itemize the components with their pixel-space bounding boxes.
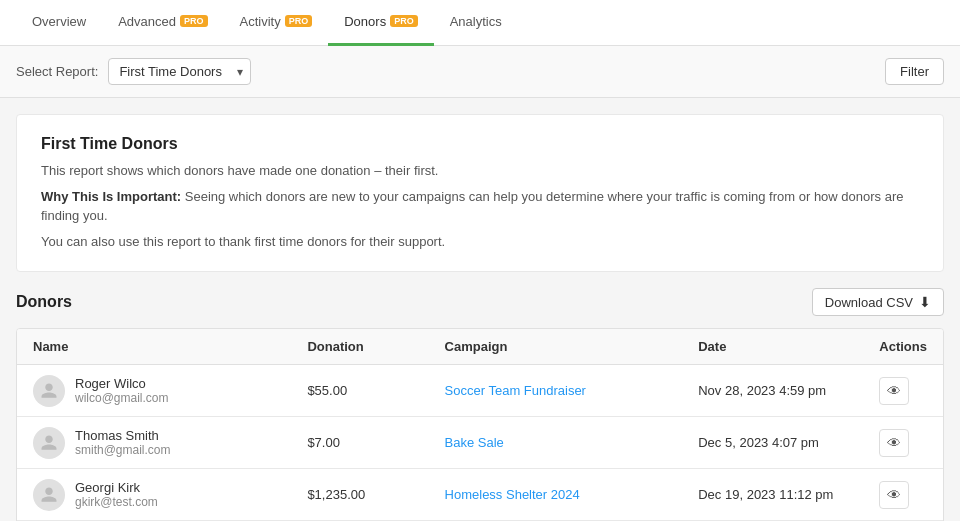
filter-button[interactable]: Filter	[885, 58, 944, 85]
donors-header: Donors Download CSV ⬇	[16, 288, 944, 316]
info-card-also: You can also use this report to thank fi…	[41, 232, 919, 252]
eye-icon: 👁	[887, 383, 901, 399]
donor-donation: $1,235.00	[291, 469, 428, 521]
donor-details: Georgi Kirk gkirk@test.com	[75, 480, 158, 509]
donor-details: Roger Wilco wilco@gmail.com	[75, 376, 169, 405]
donor-name: Georgi Kirk	[75, 480, 158, 495]
donors-table-container: Name Donation Campaign Date Actions Roge…	[16, 328, 944, 521]
donor-donation: $7.00	[291, 417, 428, 469]
col-header-name: Name	[17, 329, 291, 365]
info-card-description: This report shows which donors have made…	[41, 161, 919, 181]
activity-pro-badge: PRO	[285, 15, 313, 27]
info-card-why-label: Why This Is Important:	[41, 189, 181, 204]
col-header-campaign: Campaign	[429, 329, 683, 365]
campaign-link[interactable]: Homeless Shelter 2024	[445, 487, 580, 502]
donor-donation: $55.00	[291, 365, 428, 417]
filter-label: Select Report:	[16, 64, 98, 79]
download-csv-button[interactable]: Download CSV ⬇	[812, 288, 944, 316]
donor-email: wilco@gmail.com	[75, 391, 169, 405]
donor-details: Thomas Smith smith@gmail.com	[75, 428, 171, 457]
nav-overview[interactable]: Overview	[16, 0, 102, 46]
nav-activity[interactable]: Activity PRO	[224, 0, 329, 46]
campaign-link[interactable]: Bake Sale	[445, 435, 504, 450]
avatar	[33, 479, 65, 511]
donors-pro-badge: PRO	[390, 15, 418, 27]
donors-table-body: Roger Wilco wilco@gmail.com $55.00Soccer…	[17, 365, 943, 522]
col-header-date: Date	[682, 329, 863, 365]
donor-name: Roger Wilco	[75, 376, 169, 391]
view-donor-button[interactable]: 👁	[879, 429, 909, 457]
nav-analytics-label: Analytics	[450, 14, 502, 29]
info-card-why: Why This Is Important: Seeing which dono…	[41, 187, 919, 226]
table-row: Roger Wilco wilco@gmail.com $55.00Soccer…	[17, 365, 943, 417]
report-select[interactable]: First Time Donors Repeat Donors Top Dono…	[108, 58, 251, 85]
nav-advanced-label: Advanced	[118, 14, 176, 29]
nav-analytics[interactable]: Analytics	[434, 0, 518, 46]
advanced-pro-badge: PRO	[180, 15, 208, 27]
nav-activity-label: Activity	[240, 14, 281, 29]
donor-date: Dec 5, 2023 4:07 pm	[682, 417, 863, 469]
donors-table: Name Donation Campaign Date Actions Roge…	[17, 329, 943, 521]
nav-advanced[interactable]: Advanced PRO	[102, 0, 223, 46]
eye-icon: 👁	[887, 487, 901, 503]
view-donor-button[interactable]: 👁	[879, 377, 909, 405]
donor-name: Thomas Smith	[75, 428, 171, 443]
donor-date: Nov 28, 2023 4:59 pm	[682, 365, 863, 417]
filter-bar: Select Report: First Time Donors Repeat …	[0, 46, 960, 98]
filter-left: Select Report: First Time Donors Repeat …	[16, 58, 251, 85]
table-row: Thomas Smith smith@gmail.com $7.00Bake S…	[17, 417, 943, 469]
avatar	[33, 375, 65, 407]
table-row: Georgi Kirk gkirk@test.com $1,235.00Home…	[17, 469, 943, 521]
info-card-title: First Time Donors	[41, 135, 919, 153]
donor-email: gkirk@test.com	[75, 495, 158, 509]
download-csv-label: Download CSV	[825, 295, 913, 310]
view-donor-button[interactable]: 👁	[879, 481, 909, 509]
nav-donors-label: Donors	[344, 14, 386, 29]
nav-overview-label: Overview	[32, 14, 86, 29]
eye-icon: 👁	[887, 435, 901, 451]
donor-email: smith@gmail.com	[75, 443, 171, 457]
donors-section: Donors Download CSV ⬇ Name Donation Camp…	[16, 288, 944, 521]
info-card: First Time Donors This report shows whic…	[16, 114, 944, 272]
avatar	[33, 427, 65, 459]
donor-info: Roger Wilco wilco@gmail.com	[33, 375, 275, 407]
top-nav: Overview Advanced PRO Activity PRO Donor…	[0, 0, 960, 46]
donors-title: Donors	[16, 293, 72, 311]
report-select-wrapper[interactable]: First Time Donors Repeat Donors Top Dono…	[108, 58, 251, 85]
col-header-actions: Actions	[863, 329, 943, 365]
table-header: Name Donation Campaign Date Actions	[17, 329, 943, 365]
donor-info: Georgi Kirk gkirk@test.com	[33, 479, 275, 511]
donor-date: Dec 19, 2023 11:12 pm	[682, 469, 863, 521]
nav-donors[interactable]: Donors PRO	[328, 0, 433, 46]
campaign-link[interactable]: Soccer Team Fundraiser	[445, 383, 586, 398]
donor-info: Thomas Smith smith@gmail.com	[33, 427, 275, 459]
download-icon: ⬇	[919, 294, 931, 310]
col-header-donation: Donation	[291, 329, 428, 365]
